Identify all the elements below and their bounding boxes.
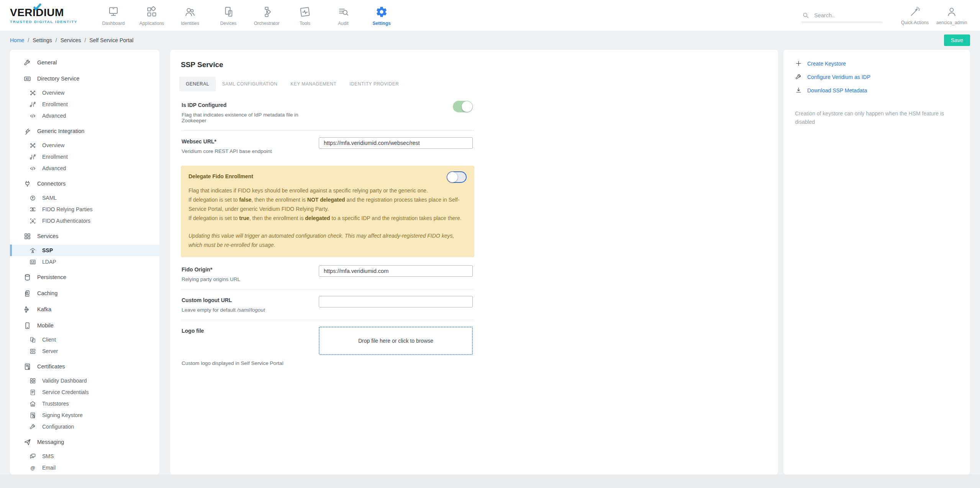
- search-input[interactable]: [814, 12, 880, 18]
- sidebar-item-label: Enrollment: [42, 101, 68, 107]
- sidebar-item-enrollment[interactable]: Enrollment: [10, 151, 159, 163]
- sidebar-item-label: Kafka: [37, 306, 51, 312]
- sidebar-item-general-section[interactable]: General: [10, 56, 159, 69]
- quick-actions-button[interactable]: Quick Actions: [896, 5, 933, 25]
- saml-circle-icon: [29, 194, 36, 202]
- sidebar-item-persistence-section[interactable]: Persistence: [10, 271, 159, 284]
- save-button[interactable]: Save: [944, 35, 970, 46]
- sidebar-item-label: Enrollment: [42, 154, 68, 160]
- brand-logo[interactable]: VERIDIUM TRUSTED DIGITAL IDENTITY: [10, 7, 83, 24]
- sidebar-item-email[interactable]: @Email: [10, 462, 159, 473]
- sidebar-item-ssp[interactable]: SSP: [10, 245, 159, 256]
- sidebar-item-client[interactable]: Client: [10, 334, 159, 345]
- sidebar-item-service-credentials[interactable]: Service Credentials: [10, 386, 159, 398]
- sidebar-item-overview[interactable]: Overview: [10, 87, 159, 99]
- field-description: Veridium core REST API base endpoint: [182, 148, 319, 154]
- right-actions-panel: Create KeystoreConfigure Veridium as IDP…: [783, 50, 970, 475]
- kafka-nodes-icon: [23, 306, 31, 314]
- nav-item-orchestrator[interactable]: Orchestrator: [247, 5, 286, 26]
- sidebar-item-label: Messaging: [37, 439, 64, 445]
- logo-file-row: Logo file Drop file here or click to bro…: [181, 320, 474, 373]
- sidebar-item-directory-service-section[interactable]: ADDirectory Service: [10, 72, 159, 85]
- breadcrumb-settings[interactable]: Settings: [33, 37, 52, 43]
- nav-item-audit[interactable]: Audit: [324, 5, 362, 26]
- sidebar-item-label: FIDO Relying Parties: [42, 206, 92, 212]
- sidebar-item-mobile-section[interactable]: Mobile: [10, 319, 159, 332]
- sidebar-item-advanced[interactable]: Advanced: [10, 163, 159, 174]
- sidebar-item-certificates-section[interactable]: Certificates: [10, 360, 159, 373]
- nav-item-identities[interactable]: Identities: [171, 5, 209, 26]
- nodes-icon: [29, 142, 36, 149]
- nav-item-devices[interactable]: Devices: [209, 5, 247, 26]
- sidebar-item-services-section[interactable]: Services: [10, 230, 159, 243]
- nodes-icon: [29, 89, 36, 97]
- field-label: Is IDP Configured: [182, 102, 319, 108]
- tab-general[interactable]: GENERAL: [179, 77, 216, 91]
- sidebar-item-label: Configuration: [42, 424, 74, 430]
- sidebar-item-validity-dashboard[interactable]: Validity Dashboard: [10, 375, 159, 386]
- sidebar-item-label: FIDO Authenticators: [42, 218, 90, 224]
- sidebar-item-messaging-section[interactable]: Messaging: [10, 435, 159, 449]
- sidebar-item-generic-integration-section[interactable]: Generic Integration: [10, 125, 159, 138]
- doc-lock-icon: [29, 412, 36, 419]
- sidebar-item-label: SAML: [42, 195, 57, 201]
- sidebar-item-ldap[interactable]: LDAP: [10, 256, 159, 268]
- tab-saml-configuration[interactable]: SAML CONFIGURATION: [216, 77, 284, 91]
- custom-logout-labels: Custom logout URL Leave empty for defaul…: [182, 296, 319, 313]
- nav-item-label: Dashboard: [102, 21, 125, 26]
- sidebar-item-overview[interactable]: Overview: [10, 140, 159, 151]
- action-link-label: Create Keystore: [807, 61, 846, 67]
- websec-url-input[interactable]: [319, 137, 473, 149]
- fido-origin-input[interactable]: [319, 265, 473, 277]
- sidebar-item-label: Overview: [42, 90, 64, 96]
- logo-dropzone[interactable]: Drop file here or click to browse: [319, 327, 473, 355]
- wrench-icon: [795, 73, 802, 81]
- hsm-note: Creation of keystore can only happen whe…: [795, 109, 959, 126]
- sidebar-item-fido-relying-parties[interactable]: FIDO Relying Parties: [10, 204, 159, 215]
- phones-icon: [29, 336, 36, 343]
- tab-identity-provider[interactable]: IDENTITY PROVIDER: [343, 77, 405, 91]
- sidebar-item-label: Truststores: [42, 401, 69, 407]
- nav-item-tools[interactable]: Tools: [286, 5, 324, 26]
- sidebar-item-signing-keystore[interactable]: Signing Keystore: [10, 409, 159, 421]
- sidebar-item-caching-section[interactable]: Caching: [10, 287, 159, 300]
- breadcrumb-services[interactable]: Services: [61, 37, 81, 43]
- sidebar-item-server[interactable]: Server: [10, 345, 159, 357]
- tab-key-management[interactable]: KEY MANAGEMENT: [284, 77, 343, 91]
- breadcrumb-home[interactable]: Home: [10, 37, 24, 43]
- action-download-ssp-metadata[interactable]: Download SSP Metadata: [795, 87, 959, 94]
- sidebar-item-sms[interactable]: SMS: [10, 450, 159, 462]
- doc-ribbon-icon: [23, 363, 31, 371]
- delegate-fido-label: Delegate Fido Enrollment: [188, 171, 253, 179]
- wrench-icon: [29, 423, 36, 430]
- global-search[interactable]: [801, 12, 882, 22]
- nav-item-applications[interactable]: Applications: [133, 5, 171, 26]
- sidebar-item-connectors-section[interactable]: Connectors: [10, 177, 159, 190]
- action-create-keystore[interactable]: Create Keystore: [795, 60, 959, 67]
- user-menu[interactable]: aencica_admin: [933, 5, 970, 25]
- contact-card-icon: [29, 258, 36, 266]
- sidebar-item-fido-authenticators[interactable]: FIDO Authenticators: [10, 215, 159, 227]
- monitor-icon: [107, 6, 120, 18]
- nav-item-settings[interactable]: Settings: [362, 5, 401, 26]
- is-idp-toggle[interactable]: [453, 101, 473, 112]
- action-configure-veridium-as-idp[interactable]: Configure Veridium as IDP: [795, 73, 959, 81]
- sidebar-item-truststores[interactable]: Truststores: [10, 398, 159, 409]
- gear-icon: [375, 6, 388, 18]
- custom-logout-input[interactable]: [319, 296, 473, 307]
- sidebar-item-label: Advanced: [42, 113, 66, 119]
- at-sign-icon: @: [29, 464, 36, 472]
- delegate-toggle[interactable]: [447, 171, 467, 183]
- magic-wand-icon: [909, 6, 921, 18]
- quick-actions-label: Quick Actions: [901, 20, 929, 25]
- sidebar-item-enrollment[interactable]: Enrollment: [10, 99, 159, 110]
- main-panel: SSP Service GENERALSAML CONFIGURATIONKEY…: [170, 50, 778, 475]
- sidebar-item-advanced[interactable]: Advanced: [10, 110, 159, 122]
- topnav-right: Quick Actions aencica_admin: [801, 5, 970, 25]
- sidebar-item-saml[interactable]: SAML: [10, 192, 159, 204]
- is-idp-toggle-knob: [462, 101, 472, 112]
- sidebar-item-configuration[interactable]: Configuration: [10, 421, 159, 432]
- sidebar-item-label: Client: [42, 337, 56, 343]
- nav-item-dashboard[interactable]: Dashboard: [94, 5, 133, 26]
- sidebar-item-kafka-section[interactable]: Kafka: [10, 303, 159, 316]
